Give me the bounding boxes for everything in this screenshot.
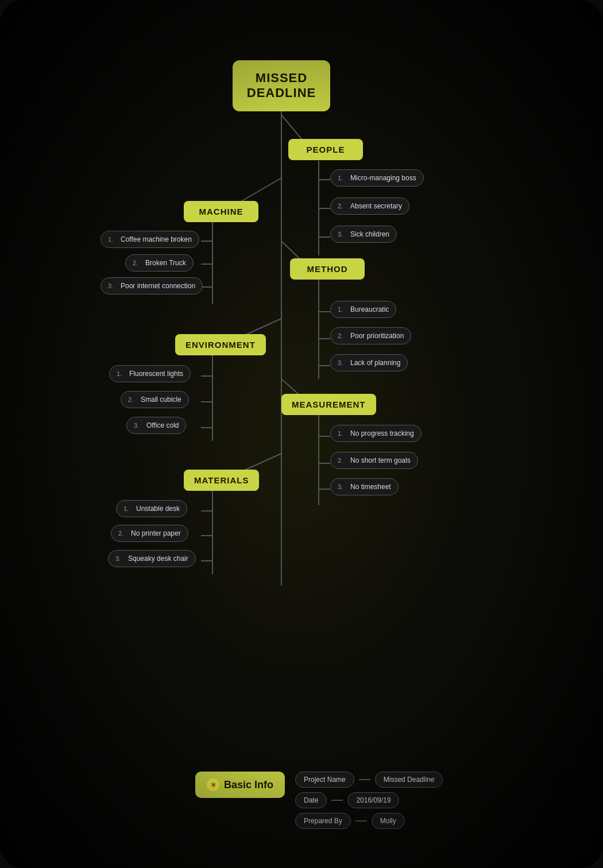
environment-item-1: 1. Fluorescent lights [109, 365, 191, 382]
category-people: PEOPLE [288, 139, 363, 160]
diagram-container: MISSED DEADLINE PEOPLE 1. Micro-managing… [0, 0, 603, 868]
people-item-1: 1. Micro-managing boss [330, 169, 424, 187]
category-machine: MACHINE [184, 201, 258, 222]
info-row-date: Date 2016/09/19 [295, 792, 443, 808]
category-environment: ENVIRONMENT [175, 334, 266, 355]
environment-item-3: 3. Office cold [126, 417, 186, 434]
connector-3 [355, 820, 367, 822]
basic-info-fields: Project Name Missed Deadline Date 2016/0… [295, 772, 443, 829]
machine-item-3: 3. Poor internet connection [100, 277, 203, 294]
info-row-project: Project Name Missed Deadline [295, 772, 443, 788]
measurement-item-2: 2. No short term goals [330, 452, 418, 469]
page-wrapper: MISSED DEADLINE PEOPLE 1. Micro-managing… [0, 0, 603, 868]
people-item-3: 3. Sick children [330, 226, 397, 243]
connections-svg [0, 0, 603, 868]
method-item-2: 2. Poor prioritization [330, 327, 411, 344]
method-item-3: 3. Lack of planning [330, 354, 408, 371]
center-node: MISSED DEADLINE [233, 60, 330, 111]
basic-info-label: ✶ Basic Info [195, 772, 285, 798]
materials-item-2: 2. No printer paper [111, 525, 188, 542]
environment-item-2: 2. Small cubicle [121, 391, 189, 408]
info-row-prepared: Prepared By Molly [295, 813, 443, 829]
measurement-item-1: 1. No progress tracking [330, 425, 422, 442]
people-item-2: 2. Absent secretary [330, 197, 409, 215]
basic-info-section: ✶ Basic Info Project Name Missed Deadlin… [195, 772, 443, 829]
measurement-item-3: 3. No timesheet [330, 478, 399, 495]
connector-2 [331, 800, 343, 801]
connector-1 [359, 779, 370, 780]
category-measurement: MEASUREMENT [281, 394, 376, 415]
machine-item-1: 1. Coffee machine broken [100, 231, 199, 248]
category-method: METHOD [290, 258, 365, 280]
machine-item-2: 2. Broken Truck [125, 254, 194, 272]
materials-item-3: 3. Squeaky desk chair [108, 550, 196, 567]
method-item-1: 1. Bureaucratic [330, 301, 396, 318]
category-materials: MATERIALS [184, 470, 259, 491]
star-icon: ✶ [207, 778, 219, 791]
materials-item-1: 1. Unstable desk [116, 500, 187, 517]
